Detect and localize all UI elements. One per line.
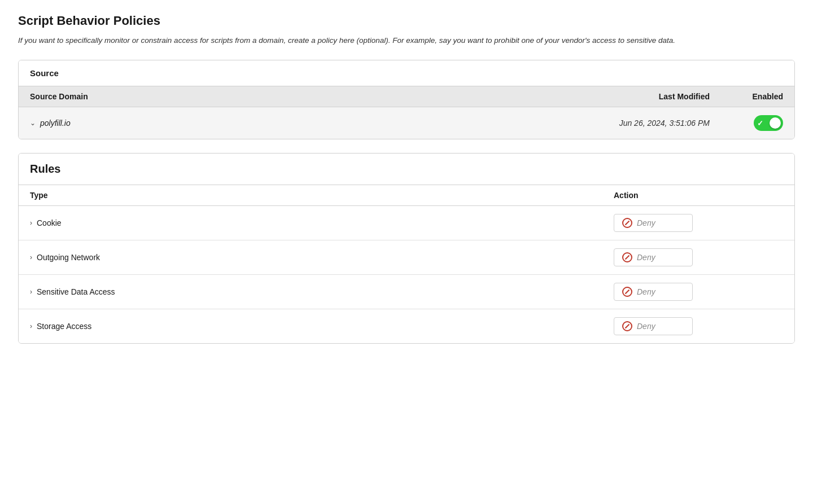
action-badge-outgoing-network[interactable]: Deny: [614, 248, 693, 266]
chevron-right-icon[interactable]: ›: [30, 288, 32, 296]
rule-type-label-sensitive-data: Sensitive Data Access: [37, 287, 115, 296]
rule-type-outgoing-network: › Outgoing Network: [30, 253, 614, 262]
action-badge-cookie[interactable]: Deny: [614, 214, 693, 232]
source-section-label: Source: [30, 68, 59, 78]
deny-icon-outgoing-network: [622, 252, 632, 262]
last-modified-value: Jun 26, 2024, 3:51:06 PM: [563, 119, 710, 128]
rule-row-sensitive-data: › Sensitive Data Access Deny: [19, 275, 794, 309]
rule-action-sensitive-data: Deny: [614, 283, 783, 301]
enabled-toggle[interactable]: ✓: [754, 115, 783, 131]
rules-header: Rules: [19, 154, 794, 185]
rule-action-storage-access: Deny: [614, 317, 783, 335]
page-description: If you want to specifically monitor or c…: [18, 35, 795, 46]
col-header-source-domain: Source Domain: [30, 92, 563, 101]
rules-section: Rules Type Action › Cookie Deny › Outgoi…: [18, 153, 795, 344]
deny-text-storage-access: Deny: [637, 322, 655, 331]
domain-name: polyfill.io: [40, 119, 71, 128]
rule-type-sensitive-data: › Sensitive Data Access: [30, 287, 614, 296]
rule-type-label-outgoing-network: Outgoing Network: [37, 253, 100, 262]
col-header-type: Type: [30, 191, 614, 200]
toggle-checkmark: ✓: [757, 119, 763, 128]
rule-action-cookie: Deny: [614, 214, 783, 232]
source-column-headers: Source Domain Last Modified Enabled: [19, 86, 794, 107]
chevron-right-icon[interactable]: ›: [30, 219, 32, 227]
rule-type-label-storage-access: Storage Access: [37, 322, 91, 331]
action-badge-sensitive-data[interactable]: Deny: [614, 283, 693, 301]
col-header-action: Action: [614, 191, 783, 200]
deny-text-cookie: Deny: [637, 218, 655, 227]
rule-type-cookie: › Cookie: [30, 218, 614, 227]
rule-row-cookie: › Cookie Deny: [19, 206, 794, 240]
source-domain-cell: ⌄ polyfill.io: [30, 119, 563, 128]
deny-text-outgoing-network: Deny: [637, 253, 655, 262]
rule-action-outgoing-network: Deny: [614, 248, 783, 266]
rule-type-label-cookie: Cookie: [37, 218, 62, 227]
deny-icon-storage-access: [622, 321, 632, 331]
deny-text-sensitive-data: Deny: [637, 287, 655, 296]
rules-column-headers: Type Action: [19, 185, 794, 206]
rules-title: Rules: [30, 163, 783, 176]
enabled-cell: ✓: [710, 115, 783, 131]
source-row: ⌄ polyfill.io Jun 26, 2024, 3:51:06 PM ✓: [19, 107, 794, 139]
chevron-down-icon[interactable]: ⌄: [30, 119, 36, 127]
source-section-header: Source: [19, 60, 794, 86]
rule-row-storage-access: › Storage Access Deny: [19, 309, 794, 343]
toggle-knob: [770, 117, 781, 129]
page-title: Script Behavior Policies: [18, 14, 795, 28]
rule-row-outgoing-network: › Outgoing Network Deny: [19, 240, 794, 275]
chevron-right-icon[interactable]: ›: [30, 322, 32, 330]
source-table: Source Source Domain Last Modified Enabl…: [18, 60, 795, 139]
deny-icon-cookie: [622, 218, 632, 228]
col-header-enabled: Enabled: [710, 92, 783, 101]
rule-type-storage-access: › Storage Access: [30, 322, 614, 331]
deny-icon-sensitive-data: [622, 287, 632, 297]
chevron-right-icon[interactable]: ›: [30, 253, 32, 261]
col-header-last-modified: Last Modified: [563, 92, 710, 101]
action-badge-storage-access[interactable]: Deny: [614, 317, 693, 335]
